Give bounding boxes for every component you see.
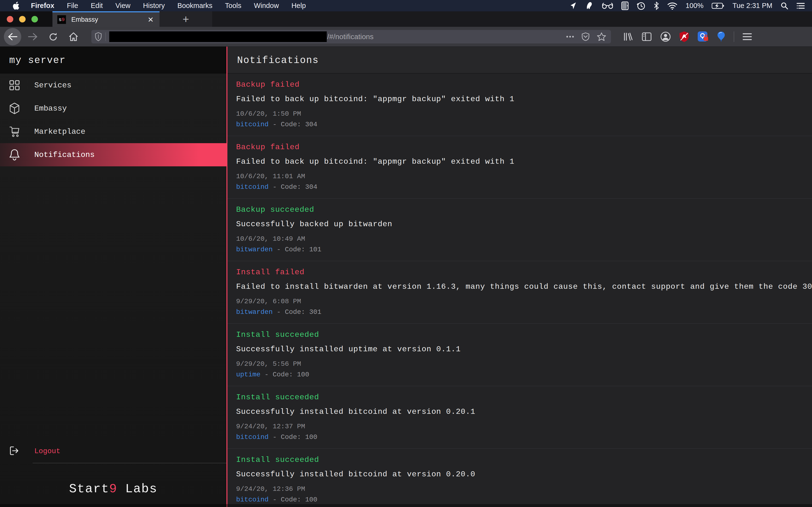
notification-code-line: bitcoind - Code: 304 xyxy=(236,120,805,129)
embassy-app: my server Services Embassy Marketplace N xyxy=(0,47,812,507)
balloon-extension-icon[interactable] xyxy=(717,31,725,42)
notification-code-line: bitcoind - Code: 100 xyxy=(236,496,805,504)
toolbar-separator xyxy=(734,32,734,42)
grid-icon xyxy=(9,80,20,91)
notification-description: Successfully backed up bitwarden xyxy=(236,219,805,229)
minimize-window-button[interactable] xyxy=(19,16,26,22)
menubar-menu-item[interactable]: Help xyxy=(292,2,306,10)
menubar-clock[interactable]: Tue 2:31 PM xyxy=(732,2,772,10)
window-bottom-edge xyxy=(0,504,812,507)
logout-label: Logout xyxy=(34,447,60,455)
notification-description: Successfully installed bitcoind at versi… xyxy=(236,407,805,417)
tracking-shield-icon[interactable] xyxy=(95,32,102,41)
notification-title: Backup failed xyxy=(236,143,805,152)
firefox-tab-bar: s9 Embassy ✕ + xyxy=(0,11,812,27)
notification-item[interactable]: Install succeeded Successfully installed… xyxy=(227,386,812,449)
sidebar: my server Services Embassy Marketplace N xyxy=(0,47,226,507)
new-tab-button[interactable]: + xyxy=(159,11,212,27)
toolbar-extensions-area xyxy=(622,31,752,42)
forward-button[interactable] xyxy=(24,27,42,46)
tab-embassy[interactable]: s9 Embassy ✕ xyxy=(52,11,159,27)
service-link[interactable]: bitcoind xyxy=(236,496,268,503)
notification-title: Install failed xyxy=(236,268,805,277)
bell-icon xyxy=(9,149,20,161)
onepassword-icon[interactable] xyxy=(698,31,709,42)
tab-title: Embassy xyxy=(71,16,146,23)
sidebar-item-notifications[interactable]: Notifications xyxy=(0,143,226,166)
account-icon[interactable] xyxy=(660,32,671,42)
notification-timestamp: 9/24/20, 12:37 PM xyxy=(236,422,805,431)
bluetooth-icon[interactable] xyxy=(654,1,659,10)
menubar-menu-item[interactable]: Window xyxy=(254,2,279,10)
sidebars-icon[interactable] xyxy=(642,32,652,42)
url-path[interactable]: /#/notifications xyxy=(327,33,566,41)
close-window-button[interactable] xyxy=(7,16,13,22)
sidebar-item-marketplace[interactable]: Marketplace xyxy=(0,120,226,143)
hamburger-menu-icon[interactable] xyxy=(743,33,752,41)
back-button[interactable] xyxy=(3,27,22,46)
notification-item[interactable]: Backup succeeded Successfully backed up … xyxy=(227,199,812,261)
page-header: Notifications xyxy=(227,47,812,74)
sidebar-item-services[interactable]: Services xyxy=(0,74,226,97)
menubar-menu-item[interactable]: Tools xyxy=(225,2,242,10)
menubar-menu-item[interactable]: Bookmarks xyxy=(177,2,212,10)
service-link[interactable]: bitwarden xyxy=(236,246,272,253)
home-button[interactable] xyxy=(64,27,83,46)
notification-item[interactable]: Backup failed Failed to back up bitcoind… xyxy=(227,74,812,136)
time-machine-icon[interactable] xyxy=(637,1,646,10)
notification-title: Install succeeded xyxy=(236,393,805,402)
battery-percent: 100% xyxy=(686,2,704,10)
adblock-icon[interactable] xyxy=(679,31,689,42)
location-arrow-icon[interactable] xyxy=(570,2,577,10)
reload-button[interactable] xyxy=(44,27,62,46)
notification-timestamp: 9/29/20, 5:56 PM xyxy=(236,360,805,368)
logout-button[interactable]: Logout xyxy=(0,440,226,463)
notification-title: Install succeeded xyxy=(236,455,805,465)
notification-item[interactable]: Install failed Failed to install bitward… xyxy=(227,261,812,324)
notification-code: - Code: 301 xyxy=(277,308,321,316)
wifi-icon[interactable] xyxy=(667,2,677,10)
service-link[interactable]: bitcoind xyxy=(236,121,268,128)
tab-close-icon[interactable]: ✕ xyxy=(146,15,155,24)
sidebar-item-label: Marketplace xyxy=(34,127,85,136)
menubar-menu-item[interactable]: Edit xyxy=(91,2,103,10)
notification-item[interactable]: Install succeeded Successfully installed… xyxy=(227,324,812,386)
vpn-app-icon[interactable] xyxy=(585,2,594,10)
menubar-menu-item[interactable]: File xyxy=(67,2,78,10)
notification-code: - Code: 100 xyxy=(272,433,317,441)
firefox-nav-toolbar: /#/notifications xyxy=(0,27,812,47)
notification-description: Failed to back up bitcoind: "appmgr back… xyxy=(236,95,805,104)
notification-timestamp: 10/6/20, 1:50 PM xyxy=(236,110,805,118)
zoom-window-button[interactable] xyxy=(32,16,38,22)
service-link[interactable]: bitcoind xyxy=(236,433,268,441)
apple-logo-icon[interactable] xyxy=(12,2,19,10)
service-link[interactable]: uptime xyxy=(236,371,260,378)
brand-logo-text: Start9 Labs xyxy=(69,482,157,507)
sidecar-display-icon[interactable] xyxy=(621,1,628,10)
menubar-menu-item[interactable]: View xyxy=(115,2,130,10)
window-controls xyxy=(0,11,52,27)
spotlight-search-icon[interactable] xyxy=(780,2,788,10)
battery-icon xyxy=(712,2,724,9)
menubar-app-name[interactable]: Firefox xyxy=(31,2,54,10)
menubar-menus: File Edit View History Bookmarks Tools W… xyxy=(67,2,306,10)
notifications-list: Backup failed Failed to back up bitcoind… xyxy=(227,74,812,507)
eyeglasses-icon[interactable] xyxy=(602,2,613,9)
notification-item[interactable]: Backup failed Failed to back up bitcoind… xyxy=(227,136,812,199)
url-bar[interactable]: /#/notifications xyxy=(91,30,611,44)
sidebar-item-embassy[interactable]: Embassy xyxy=(0,97,226,120)
urlbar-separator xyxy=(105,32,106,41)
bookmark-star-icon[interactable] xyxy=(597,32,606,41)
notification-code-line: uptime - Code: 100 xyxy=(236,371,805,379)
library-icon[interactable] xyxy=(622,32,633,42)
notification-item[interactable]: Install succeeded Successfully installed… xyxy=(227,449,812,507)
notification-code: - Code: 100 xyxy=(272,496,317,503)
pocket-icon[interactable] xyxy=(581,32,590,41)
menu-list-icon[interactable] xyxy=(797,2,805,9)
tab-strip-empty xyxy=(212,11,812,27)
menubar-menu-item[interactable]: History xyxy=(143,2,165,10)
page-actions-icon[interactable] xyxy=(566,36,574,38)
page-title: Notifications xyxy=(237,55,319,66)
service-link[interactable]: bitwarden xyxy=(236,308,272,316)
service-link[interactable]: bitcoind xyxy=(236,183,268,191)
